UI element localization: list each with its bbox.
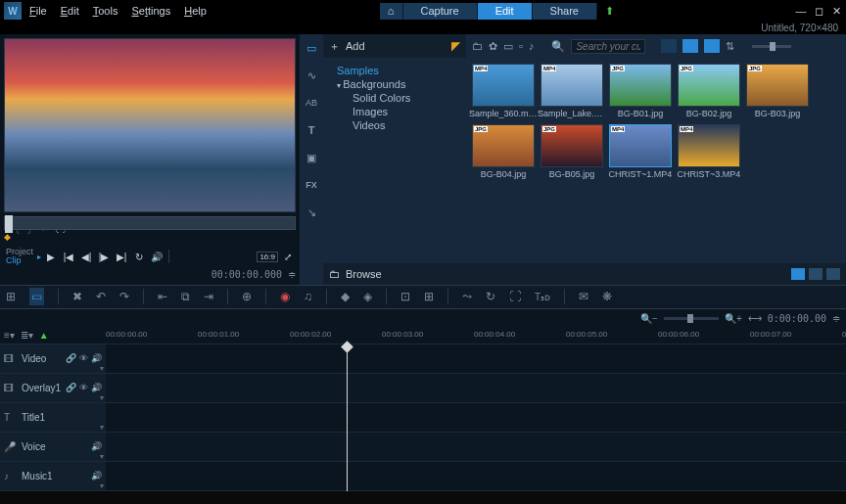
filter-audio-icon[interactable]: ♪ xyxy=(529,40,535,52)
split-screen-icon[interactable]: ✉ xyxy=(579,290,588,303)
playhead[interactable] xyxy=(347,344,348,491)
timecode-stepper-icon[interactable]: ≑ xyxy=(288,269,296,280)
browse-folder-icon[interactable]: 🗀 xyxy=(329,268,340,280)
align-left-icon[interactable]: ⇤ xyxy=(158,290,167,303)
add-label[interactable]: Add xyxy=(346,40,365,52)
rotate-icon[interactable]: ↻ xyxy=(486,290,495,303)
project-clip-toggle[interactable]: Project Clip xyxy=(6,248,33,265)
upload-icon[interactable]: ⬆ xyxy=(597,3,622,20)
search-input[interactable] xyxy=(571,39,645,54)
track-toggle-icon[interactable]: 🔊 xyxy=(91,441,102,451)
thumbnail-item[interactable]: JPGBG-B05.jpg xyxy=(540,124,603,179)
resize-preview-button[interactable]: ⤢ xyxy=(280,249,296,264)
3d-title-icon[interactable]: T₃ᴅ xyxy=(535,292,550,302)
thumbnail-item[interactable]: JPGBG-B02.jpg xyxy=(678,64,740,118)
close-icon[interactable]: ✕ xyxy=(830,5,842,18)
speed-icon[interactable]: ⤳ xyxy=(462,290,472,303)
path-tool-icon[interactable]: ↘ xyxy=(304,205,319,220)
undo-icon[interactable]: ↶ xyxy=(96,290,106,303)
track-lane[interactable] xyxy=(106,374,846,402)
menu-settings[interactable]: Settings xyxy=(131,5,170,17)
go-start-button[interactable]: |◀ xyxy=(61,249,76,264)
filter-photo-icon[interactable]: ▫ xyxy=(519,40,523,52)
tab-home[interactable]: ⌂ xyxy=(380,3,403,20)
tree-node-samples[interactable]: Samples xyxy=(331,64,458,77)
track-toggle-icon[interactable]: 🔗 xyxy=(66,353,76,363)
aspect-ratio-badge[interactable]: 16:9 xyxy=(257,252,278,262)
time-ruler[interactable]: 00:00:00.0000:00:01.0000:00:02.0000:00:0… xyxy=(106,328,846,344)
panel-layout1-icon[interactable] xyxy=(791,268,805,280)
view-grid-button[interactable] xyxy=(682,39,698,53)
marker-icon[interactable]: ◆ xyxy=(341,290,350,303)
record-icon[interactable]: ◉ xyxy=(280,290,290,303)
tab-edit[interactable]: Edit xyxy=(478,3,533,20)
add-icon[interactable]: ＋ xyxy=(329,39,340,54)
track-toggle-icon[interactable]: 🔊 xyxy=(91,471,102,481)
menu-edit[interactable]: Edit xyxy=(61,5,79,17)
fx-icon[interactable]: ❋ xyxy=(602,290,612,303)
zoom-stepper-icon[interactable]: ≑ xyxy=(832,313,840,324)
maximize-icon[interactable]: ◻ xyxy=(813,5,824,18)
play-button[interactable]: ▶ xyxy=(43,249,59,264)
zoom-out-icon[interactable]: 🔍− xyxy=(640,313,658,324)
redo-icon[interactable]: ↷ xyxy=(119,290,129,303)
track-expand-icon[interactable]: ▾ xyxy=(100,423,104,432)
zoom-slider[interactable] xyxy=(664,317,719,320)
minimize-icon[interactable]: — xyxy=(795,5,807,17)
title-tool-icon[interactable]: T xyxy=(304,122,319,138)
track-header[interactable]: 🎞Video🔗👁🔊▾ xyxy=(0,344,106,373)
tree-node-backgrounds[interactable]: Backgrounds xyxy=(331,77,458,91)
volume-button[interactable]: 🔊 xyxy=(149,249,164,264)
track-lane[interactable] xyxy=(106,462,846,490)
scrub-bar[interactable] xyxy=(4,216,296,230)
track-expand-icon[interactable]: ▾ xyxy=(100,393,104,402)
thumbnail-item[interactable]: MP4Sample_360.mp4 xyxy=(472,64,535,118)
track-expand-icon[interactable]: ▾ xyxy=(100,481,104,490)
track-lane[interactable] xyxy=(106,433,846,461)
track-toggle-icon[interactable]: 🔊 xyxy=(91,383,102,392)
zoom-in-icon[interactable]: 🔍+ xyxy=(725,313,742,324)
next-frame-button[interactable]: |▶ xyxy=(96,249,112,264)
filter-media-icon[interactable]: ▭ xyxy=(503,40,513,53)
import-folder-icon[interactable]: 🗀 xyxy=(472,40,483,52)
panel-layout3-icon[interactable] xyxy=(826,268,840,280)
mixer-icon[interactable]: ♫ xyxy=(304,290,312,303)
track-toggle-icon[interactable]: 👁 xyxy=(79,353,88,363)
sort-icon[interactable]: ⇅ xyxy=(726,40,734,53)
track-header[interactable]: TTitle1▾ xyxy=(0,403,106,432)
preview-video[interactable] xyxy=(4,38,296,212)
storyboard-view-icon[interactable]: ⊞ xyxy=(6,290,16,303)
view-list-button[interactable] xyxy=(661,39,677,53)
transition-tool-icon[interactable]: AB xyxy=(304,95,319,111)
menu-tools[interactable]: Tools xyxy=(93,5,118,17)
go-end-button[interactable]: ▶| xyxy=(114,249,129,264)
graphic-tool-icon[interactable]: ▣ xyxy=(304,150,319,165)
audio-tool-icon[interactable]: ∿ xyxy=(304,68,319,83)
track-header[interactable]: 🎞Overlay1🔗👁🔊▾ xyxy=(0,374,106,402)
track-lane[interactable] xyxy=(106,403,846,432)
tree-node-videos[interactable]: Videos xyxy=(331,118,458,132)
chapter-icon[interactable]: ◈ xyxy=(363,290,372,303)
thumbnail-item[interactable]: MP4CHRIST~1.MP4 xyxy=(609,124,672,179)
tab-capture[interactable]: Capture xyxy=(403,3,478,20)
track-toggle-icon[interactable]: 👁 xyxy=(79,383,88,392)
track-header[interactable]: 🎤Voice🔊▾ xyxy=(0,433,106,461)
thumbnail-item[interactable]: MP4CHRIST~3.MP4 xyxy=(678,124,740,179)
timeline-view-icon[interactable]: ▭ xyxy=(29,288,44,305)
track-options-icon[interactable]: ≣▾ xyxy=(21,330,33,341)
align-right-icon[interactable]: ⇥ xyxy=(204,290,213,303)
track-motion-icon[interactable]: ⊡ xyxy=(400,290,410,303)
thumb-size-slider[interactable] xyxy=(752,45,791,48)
loop-button[interactable]: ↻ xyxy=(131,249,147,264)
scrub-handle[interactable] xyxy=(5,215,13,233)
menu-file[interactable]: File xyxy=(29,5,47,17)
thumbnail-item[interactable]: MP4Sample_Lake.m… xyxy=(540,64,603,118)
media-library-icon[interactable]: ▭ xyxy=(304,40,319,56)
track-lane[interactable] xyxy=(106,344,846,373)
tab-share[interactable]: Share xyxy=(533,3,597,20)
fit-timeline-icon[interactable]: ⟷ xyxy=(748,313,762,324)
track-header[interactable]: ♪Music1🔊▾ xyxy=(0,462,106,490)
prev-frame-button[interactable]: ◀| xyxy=(78,249,94,264)
tree-node-images[interactable]: Images xyxy=(331,105,458,118)
favorite-icon[interactable]: ✿ xyxy=(489,40,497,53)
